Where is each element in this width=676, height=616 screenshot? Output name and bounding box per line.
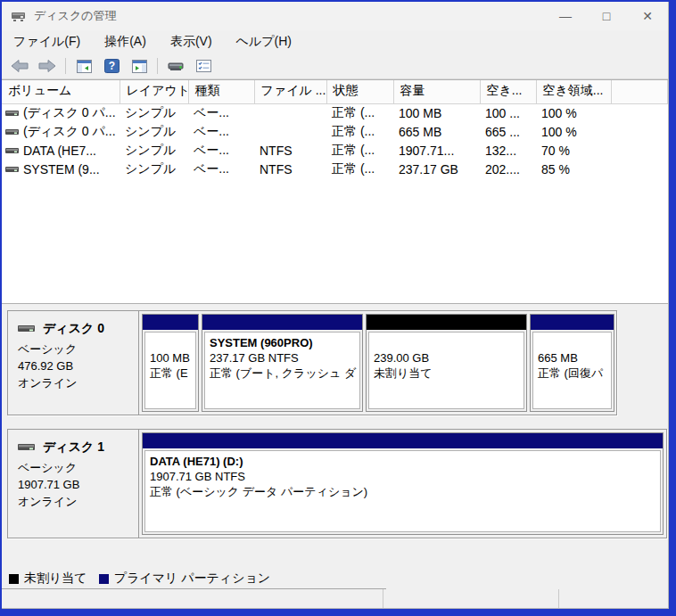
cell-free-percent: 85 % bbox=[536, 160, 611, 179]
back-button[interactable] bbox=[10, 56, 29, 76]
cell-layout: シンプル bbox=[120, 123, 188, 142]
volume-list: ボリューム レイアウト 種類 ファイル ... 状態 容量 空き... 空き領域… bbox=[2, 79, 668, 304]
disk-0-info[interactable]: ディスク 0 ベーシック 476.92 GB オンライン bbox=[8, 311, 139, 415]
table-header-row: ボリューム レイアウト 種類 ファイル ... 状態 容量 空き... 空き領域… bbox=[2, 80, 668, 103]
volume-table: ボリューム レイアウト 種類 ファイル ... 状態 容量 空き... 空き領域… bbox=[2, 80, 668, 179]
partition-size: 100 MB bbox=[150, 350, 191, 365]
column-header-layout[interactable]: レイアウト bbox=[120, 80, 188, 103]
cell-type: ベー... bbox=[188, 160, 254, 179]
cell-layout: シンプル bbox=[120, 103, 188, 123]
cell-capacity: 665 MB bbox=[393, 123, 480, 142]
partition-recovery[interactable]: 665 MB 正常 (回復パ bbox=[530, 314, 614, 412]
legend-item-primary-partition: プライマリ パーティション bbox=[99, 571, 271, 587]
partition-system[interactable]: SYSTEM (960PRO) 237.17 GB NTFS 正常 (ブート, … bbox=[202, 314, 363, 412]
volume-disk-icon bbox=[5, 127, 19, 136]
column-header-status[interactable]: 状態 bbox=[326, 80, 393, 103]
legend-label: プライマリ パーティション bbox=[114, 571, 271, 587]
disk-size: 476.92 GB bbox=[18, 357, 135, 374]
minimize-button[interactable]: — bbox=[545, 2, 586, 30]
disk-0-row: ディスク 0 ベーシック 476.92 GB オンライン 100 MB 正常 (… bbox=[7, 310, 617, 415]
cell-free-percent: 100 % bbox=[536, 123, 611, 142]
primary-partition-swatch bbox=[99, 574, 109, 584]
toolbar-separator bbox=[65, 58, 66, 74]
cell-capacity: 100 MB bbox=[393, 103, 480, 123]
cell-filesystem: NTFS bbox=[254, 142, 326, 160]
help-button[interactable]: ? bbox=[102, 56, 121, 76]
cell-type: ベー... bbox=[188, 123, 254, 142]
disk-properties-button[interactable] bbox=[166, 56, 185, 76]
volume-row[interactable]: DATA (HE7... シンプル ベー... NTFS 正常 (... 190… bbox=[2, 142, 668, 160]
column-header-volume[interactable]: ボリューム bbox=[2, 80, 120, 103]
menu-action[interactable]: 操作(A) bbox=[104, 34, 146, 50]
maximize-button[interactable]: □ bbox=[586, 2, 627, 30]
unallocated-swatch bbox=[9, 574, 19, 584]
volume-disk-icon bbox=[5, 109, 19, 118]
menu-help[interactable]: ヘルプ(H) bbox=[236, 34, 292, 50]
column-header-filesystem[interactable]: ファイル ... bbox=[254, 80, 326, 103]
cell-empty bbox=[611, 142, 668, 160]
disk-1-row: ディスク 1 ベーシック 1907.71 GB オンライン DATA (HE71… bbox=[7, 429, 667, 538]
window-controls: — □ ✕ bbox=[545, 2, 668, 30]
volume-row[interactable]: (ディスク 0 パ... シンプル ベー... 正常 (... 665 MB 6… bbox=[2, 123, 668, 142]
menu-file[interactable]: ファイル(F) bbox=[13, 34, 80, 50]
cell-free-percent: 100 % bbox=[536, 103, 611, 123]
cell-filesystem bbox=[254, 123, 326, 142]
disk-status: オンライン bbox=[18, 493, 135, 510]
volume-name: (ディスク 0 パ... bbox=[23, 124, 116, 140]
cell-free: 202.... bbox=[480, 160, 536, 179]
column-header-free-percent[interactable]: 空き領域... bbox=[536, 80, 611, 103]
disk-icon bbox=[18, 442, 35, 452]
help-icon: ? bbox=[104, 59, 120, 73]
cell-capacity: 1907.71... bbox=[393, 142, 480, 160]
partition-size: 1907.71 GB NTFS bbox=[150, 469, 655, 484]
cell-empty bbox=[611, 103, 668, 123]
disk-name: ディスク 0 bbox=[43, 320, 104, 337]
menu-view[interactable]: 表示(V) bbox=[170, 34, 212, 50]
volume-row[interactable]: SYSTEM (9... シンプル ベー... NTFS 正常 (... 237… bbox=[2, 160, 668, 179]
partition-efi[interactable]: 100 MB 正常 (E bbox=[142, 314, 199, 412]
volume-name: SYSTEM (9... bbox=[23, 162, 100, 177]
cell-status: 正常 (... bbox=[326, 123, 393, 142]
cell-free: 132... bbox=[480, 142, 536, 160]
partition-status: 正常 (回復パ bbox=[538, 365, 606, 381]
column-header-type[interactable]: 種類 bbox=[188, 80, 254, 103]
column-header-free[interactable]: 空き... bbox=[480, 80, 536, 103]
cell-layout: シンプル bbox=[120, 142, 188, 160]
partition-status: 未割り当て bbox=[374, 365, 519, 381]
volume-name: (ディスク 0 パ... bbox=[23, 105, 116, 121]
show-action-pane-button[interactable] bbox=[129, 56, 149, 76]
cell-free: 100 ... bbox=[480, 103, 536, 123]
partition-color-bar bbox=[531, 315, 614, 330]
show-console-tree-icon bbox=[77, 60, 92, 73]
cell-type: ベー... bbox=[188, 103, 254, 123]
status-segment bbox=[2, 589, 383, 608]
partition-data[interactable]: DATA (HE71) (D:) 1907.71 GB NTFS 正常 (ベーシ… bbox=[142, 432, 664, 535]
disk-0-partitions: 100 MB 正常 (E SYSTEM (960PRO) 237.17 GB N… bbox=[139, 311, 616, 415]
disk-name: ディスク 1 bbox=[43, 439, 104, 456]
volume-row[interactable]: (ディスク 0 パ... シンプル ベー... 正常 (... 100 MB 1… bbox=[2, 103, 668, 123]
forward-button[interactable] bbox=[37, 56, 57, 76]
forward-arrow-icon bbox=[38, 59, 56, 73]
disk-status: オンライン bbox=[18, 374, 135, 391]
column-header-capacity[interactable]: 容量 bbox=[393, 80, 480, 103]
cell-status: 正常 (... bbox=[326, 103, 393, 123]
cell-filesystem: NTFS bbox=[254, 160, 326, 179]
partition-status: 正常 (E bbox=[150, 365, 191, 381]
partition-label: DATA (HE71) (D:) bbox=[150, 454, 655, 469]
cell-empty bbox=[611, 123, 668, 142]
volume-disk-icon bbox=[5, 146, 19, 155]
close-button[interactable]: ✕ bbox=[627, 2, 668, 30]
show-action-pane-icon bbox=[132, 60, 147, 73]
disk-1-info[interactable]: ディスク 1 ベーシック 1907.71 GB オンライン bbox=[8, 430, 139, 538]
show-console-tree-button[interactable] bbox=[74, 56, 94, 76]
partition-color-bar bbox=[143, 315, 198, 330]
column-header-empty[interactable] bbox=[611, 80, 668, 103]
partition-unallocated[interactable]: 239.00 GB 未割り当て bbox=[366, 314, 527, 412]
partition-color-bar bbox=[143, 433, 663, 448]
list-options-button[interactable] bbox=[194, 56, 213, 76]
back-arrow-icon bbox=[11, 59, 29, 73]
disk-management-window: ディスクの管理 — □ ✕ ファイル(F) 操作(A) 表示(V) ヘルプ(H) bbox=[2, 2, 669, 609]
cell-type: ベー... bbox=[188, 142, 254, 160]
partition-color-bar bbox=[202, 315, 362, 330]
list-options-icon bbox=[196, 60, 211, 72]
